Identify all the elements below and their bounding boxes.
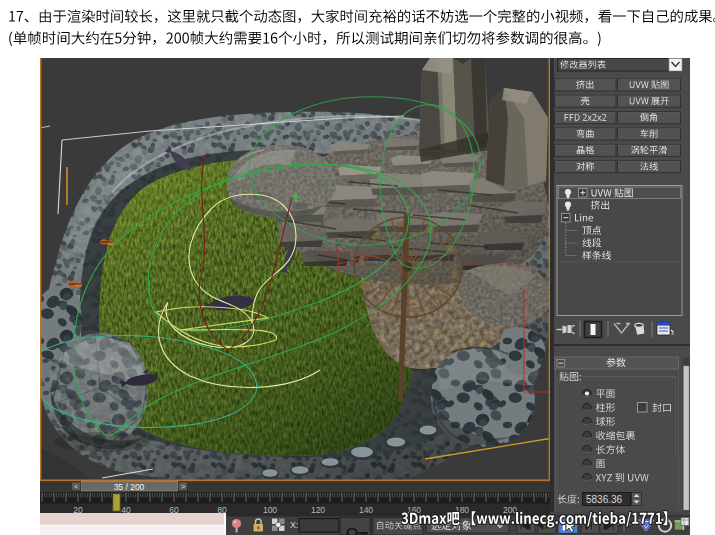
- svg-text:140: 140: [359, 505, 373, 515]
- svg-text:<: <: [74, 482, 79, 491]
- svg-text:>: >: [181, 482, 186, 491]
- svg-text:100: 100: [263, 505, 277, 515]
- svg-text:35 / 200: 35 / 200: [114, 482, 145, 492]
- svg-text:120: 120: [311, 505, 325, 515]
- svg-text:5836.36: 5836.36: [586, 494, 623, 505]
- svg-text:X:: X:: [290, 520, 299, 530]
